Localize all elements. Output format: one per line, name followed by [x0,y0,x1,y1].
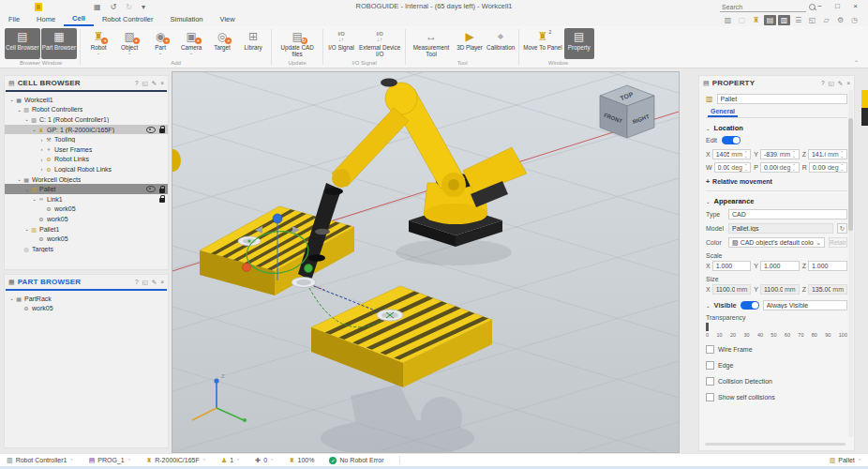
tab-simulation[interactable]: Simulation [161,14,211,26]
tree-item-robot-links[interactable]: ›⚙Robot Links [5,155,168,165]
tab-file[interactable]: File [0,14,28,26]
tree-item-link1[interactable]: ⌄∞Link1 [5,194,168,204]
calibration-button[interactable]: ⌖ Calibration [486,28,516,59]
tree-item-user-frames[interactable]: ›⌖User Frames [5,144,168,155]
status-speed-indicator[interactable]: ♜100% [289,457,314,464]
3d-viewport[interactable]: TOP FRONT RIGHT Z [172,71,680,453]
pin-icon[interactable]: ✎ [838,80,843,87]
folder-icon[interactable]: ▱ [820,15,832,25]
status-selected-object[interactable]: ▥Pallet⌃ [830,457,861,464]
show-self-collisions-checkbox[interactable] [706,393,714,401]
lock-icon[interactable] [159,129,165,133]
tab-robot-controller[interactable]: Robot Controller [94,14,162,26]
close-panel-icon[interactable]: × [160,279,164,285]
retain-button[interactable]: Retain [829,237,847,248]
tree-item-targets[interactable]: ◎Targets [5,244,168,254]
appearance-section-header[interactable]: ⌄Appearance [706,197,847,205]
tree-item-work05[interactable]: ⚙work05 [5,304,168,314]
status-controller-selector[interactable]: ▥Robot Controller1⌃ [7,457,74,464]
save-button[interactable]: ▦ [94,3,101,11]
close-panel-icon[interactable]: × [160,80,164,86]
pin-icon[interactable]: ✎ [152,80,157,87]
x-handle[interactable] [243,264,251,272]
wire-frame-checkbox[interactable] [706,345,714,354]
close-button[interactable]: × [846,0,864,13]
orientation-cube[interactable]: TOP FRONT RIGHT [600,85,654,138]
collision-detection-option[interactable]: Collision Detection [706,377,847,386]
search-box[interactable] [720,2,806,12]
visible-section-header[interactable]: Visible [714,301,737,310]
target-disc-left[interactable] [292,278,316,288]
pin-icon[interactable]: ✎ [152,279,157,286]
show-self-collisions-option[interactable]: Show self collisions [706,393,847,401]
tree-item-workcell-objects[interactable]: ⌄▦Workcell Objects [5,174,168,185]
3d-player-button[interactable]: ▶ 3D Player [455,28,485,59]
property-button[interactable]: ▤ Property [564,28,594,59]
tree-item-workcell1[interactable]: ⌄▦Workcell1 [5,95,168,105]
tree-item-pallet1[interactable]: ⌄▥Pallet1 [5,224,168,234]
popout-icon[interactable]: ◱ [142,80,148,87]
library-button[interactable]: ⊞ Library [238,28,268,59]
tab-cell[interactable]: Cell [64,13,94,26]
cell-browser-button[interactable]: ▤ Cell Browser [5,28,40,59]
visible-mode-select[interactable]: Always Visible [763,300,847,310]
add-camera-button[interactable]: ▣+ Camera ⌄ [176,28,206,59]
tab-view[interactable]: View [212,14,244,26]
ribbon-collapse-button[interactable]: ⌃ [854,59,859,66]
tab-general[interactable]: General [708,107,738,117]
location-x-field[interactable]: X1405.000mm⌃⌄ [706,149,751,159]
visibility-eye-icon[interactable] [146,127,156,133]
slider-handle[interactable] [706,323,709,331]
help-icon[interactable]: ? [821,80,825,86]
reload-model-button[interactable]: ↻ [837,223,847,234]
maximize-button[interactable]: □ [829,0,846,13]
edge-option[interactable]: Edge [706,361,847,370]
visibility-eye-icon[interactable] [146,186,156,192]
tree-item-partrack[interactable]: ⌄▦PartRack [5,294,168,304]
undo-button[interactable]: ↺ [111,3,117,11]
lock-icon[interactable] [159,189,165,193]
scrollbar-thumb[interactable] [848,118,853,231]
collision-detection-checkbox[interactable] [706,377,714,386]
tree-item-logical-robot-links[interactable]: ›⚙Logical Robot Links [5,164,168,174]
close-panel-icon[interactable]: × [846,80,850,86]
status-group-selector[interactable]: ♟1⌃ [221,457,240,464]
lock-icon[interactable]: ▢ [736,15,748,25]
location-z-field[interactable]: Z141.000mm⌃⌄ [802,149,847,159]
minimize-button[interactable]: − [811,0,829,13]
share-icon[interactable]: ◱ [806,15,818,25]
edge-checkbox[interactable] [706,361,714,370]
status-program-selector[interactable]: ▤PROG_1⌃ [89,457,131,464]
help-icon[interactable]: ? [135,279,139,285]
tree-item-controller1[interactable]: ⌄▥C: 1 (Robot Controller1) [5,114,168,125]
add-object-button[interactable]: ▧+ Object ⌄ [114,28,144,59]
redo-button[interactable]: ↻ [126,3,132,11]
location-w-field[interactable]: W0.000deg⌃⌄ [706,162,751,173]
tree-item-tooling[interactable]: ›⚒Tooling [5,134,168,144]
add-part-button[interactable]: ◉+ Part ⌄ [145,28,175,59]
settings-gear-icon[interactable]: ⚙ [834,15,846,25]
add-robot-button[interactable]: ♜+ Robot ⌄ [83,28,113,59]
robot-jog-icon[interactable]: ♜ [750,15,762,25]
relative-movement-expander[interactable]: +Relative movement [706,178,847,185]
search-input[interactable] [720,4,809,10]
y-handle[interactable] [305,265,313,273]
tab-home[interactable]: Home [28,14,64,26]
target-disc-right[interactable] [377,310,403,321]
z-handle[interactable] [273,214,282,223]
scale-z-field[interactable]: Z1.000 [802,261,847,271]
edge-tab[interactable] [861,90,868,126]
popout-icon[interactable]: ◱ [142,279,148,286]
help-icon[interactable]: ? [135,80,139,86]
visible-toggle[interactable] [741,301,759,310]
right-panel-toggle-icon[interactable]: ▥ [778,15,790,25]
scale-y-field[interactable]: Y1.000 [754,261,799,271]
measurement-tool-button[interactable]: ↔ Measurement Tool [409,28,454,59]
edit-toggle[interactable] [722,136,741,144]
part-browser-button[interactable]: ▦ Part Browser [41,28,77,59]
property-horizontal-scrollbar[interactable] [705,443,846,446]
pendant-icon[interactable]: ▥ [722,15,734,25]
customize-toolbar-button[interactable]: ▾ [142,3,145,11]
tree-item-robot-controllers[interactable]: ⌄▥Robot Controllers [5,105,168,115]
location-section-header[interactable]: ⌄Location [706,124,847,132]
